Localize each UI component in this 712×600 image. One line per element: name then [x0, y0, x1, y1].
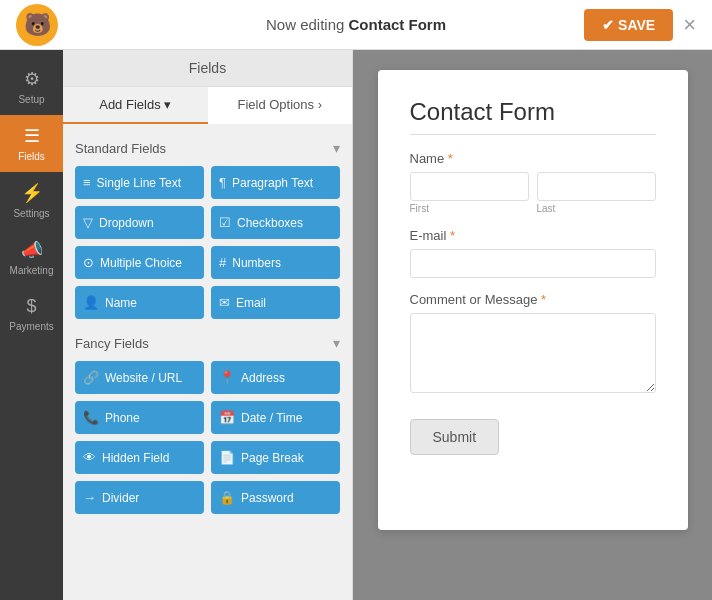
single-line-icon: ≡: [83, 175, 91, 190]
fields-content: Standard Fields ▾ ≡ Single Line Text ¶ P…: [63, 124, 352, 600]
address-button[interactable]: 📍 Address: [211, 361, 340, 394]
paragraph-icon: ¶: [219, 175, 226, 190]
standard-fields-header: Standard Fields ▾: [75, 140, 340, 156]
save-button[interactable]: ✔ SAVE: [584, 9, 673, 41]
marketing-icon: 📣: [21, 239, 43, 261]
last-name-col: Last: [537, 172, 656, 214]
form-divider: [410, 134, 656, 135]
address-icon: 📍: [219, 370, 235, 385]
close-button[interactable]: ×: [683, 14, 696, 36]
website-url-button[interactable]: 🔗 Website / URL: [75, 361, 204, 394]
required-indicator: *: [541, 292, 546, 307]
name-button[interactable]: 👤 Name: [75, 286, 204, 319]
checkboxes-button[interactable]: ☑ Checkboxes: [211, 206, 340, 239]
sidebar-item-payments[interactable]: $ Payments: [0, 286, 63, 342]
multiple-choice-icon: ⊙: [83, 255, 94, 270]
last-name-input[interactable]: [537, 172, 656, 201]
tab-field-options[interactable]: Field Options ›: [208, 87, 353, 124]
fields-panel-header: Fields: [63, 50, 352, 87]
email-input[interactable]: [410, 249, 656, 278]
divider-icon: →: [83, 490, 96, 505]
message-textarea[interactable]: [410, 313, 656, 393]
sidebar-item-marketing[interactable]: 📣 Marketing: [0, 229, 63, 286]
required-indicator: *: [448, 151, 453, 166]
date-time-button[interactable]: 📅 Date / Time: [211, 401, 340, 434]
sidebar-item-settings[interactable]: ⚡ Settings: [0, 172, 63, 229]
hidden-icon: 👁: [83, 450, 96, 465]
fields-panel: Fields Add Fields ▾ Field Options › Stan…: [63, 50, 353, 600]
fields-icon: ☰: [24, 125, 40, 147]
multiple-choice-button[interactable]: ⊙ Multiple Choice: [75, 246, 204, 279]
email-button[interactable]: ✉ Email: [211, 286, 340, 319]
form-title: Contact Form: [410, 98, 656, 126]
form-preview: Contact Form Name * First Last: [353, 50, 712, 600]
bear-icon: 🐻: [16, 4, 58, 46]
form-group-name: Name * First Last: [410, 151, 656, 214]
chevron-down-icon: ▾: [333, 335, 340, 351]
name-icon: 👤: [83, 295, 99, 310]
message-label: Comment or Message *: [410, 292, 656, 307]
name-label: Name *: [410, 151, 656, 166]
page-break-icon: 📄: [219, 450, 235, 465]
dropdown-icon: ▽: [83, 215, 93, 230]
fancy-fields-header: Fancy Fields ▾: [75, 335, 340, 351]
name-row: First Last: [410, 172, 656, 214]
first-name-input[interactable]: [410, 172, 529, 201]
sidebar-item-label: Setup: [18, 94, 44, 105]
first-label: First: [410, 203, 529, 214]
lock-icon: 🔒: [219, 490, 235, 505]
page-break-button[interactable]: 📄 Page Break: [211, 441, 340, 474]
required-indicator: *: [450, 228, 455, 243]
numbers-icon: #: [219, 255, 226, 270]
main-layout: ⚙ Setup ☰ Fields ⚡ Settings 📣 Marketing …: [0, 50, 712, 600]
top-bar: 🐻 Now editing Contact Form ✔ SAVE ×: [0, 0, 712, 50]
phone-icon: 📞: [83, 410, 99, 425]
first-name-col: First: [410, 172, 529, 214]
sidebar-nav: ⚙ Setup ☰ Fields ⚡ Settings 📣 Marketing …: [0, 50, 63, 600]
logo: 🐻: [16, 4, 58, 46]
password-button[interactable]: 🔒 Password: [211, 481, 340, 514]
sidebar-item-label: Settings: [13, 208, 49, 219]
form-group-email: E-mail *: [410, 228, 656, 278]
phone-button[interactable]: 📞 Phone: [75, 401, 204, 434]
tab-add-fields[interactable]: Add Fields ▾: [63, 87, 208, 124]
calendar-icon: 📅: [219, 410, 235, 425]
form-group-message: Comment or Message *: [410, 292, 656, 397]
paragraph-text-button[interactable]: ¶ Paragraph Text: [211, 166, 340, 199]
checkbox-icon: ☑: [219, 215, 231, 230]
payments-icon: $: [26, 296, 36, 317]
page-title: Now editing Contact Form: [266, 16, 446, 33]
email-label: E-mail *: [410, 228, 656, 243]
sidebar-item-label: Marketing: [10, 265, 54, 276]
tabs-row: Add Fields ▾ Field Options ›: [63, 87, 352, 124]
chevron-down-icon: ▾: [333, 140, 340, 156]
sidebar-item-setup[interactable]: ⚙ Setup: [0, 58, 63, 115]
single-line-text-button[interactable]: ≡ Single Line Text: [75, 166, 204, 199]
sidebar-item-label: Fields: [18, 151, 45, 162]
dropdown-button[interactable]: ▽ Dropdown: [75, 206, 204, 239]
fancy-fields-grid: 🔗 Website / URL 📍 Address 📞 Phone 📅 Date…: [75, 361, 340, 514]
link-icon: 🔗: [83, 370, 99, 385]
settings-icon: ⚡: [21, 182, 43, 204]
hidden-field-button[interactable]: 👁 Hidden Field: [75, 441, 204, 474]
standard-fields-grid: ≡ Single Line Text ¶ Paragraph Text ▽ Dr…: [75, 166, 340, 319]
numbers-button[interactable]: # Numbers: [211, 246, 340, 279]
top-bar-actions: ✔ SAVE ×: [584, 9, 696, 41]
sidebar-item-label: Payments: [9, 321, 53, 332]
submit-button[interactable]: Submit: [410, 419, 500, 455]
setup-icon: ⚙: [24, 68, 40, 90]
form-card: Contact Form Name * First Last: [378, 70, 688, 530]
email-icon: ✉: [219, 295, 230, 310]
sidebar-item-fields[interactable]: ☰ Fields: [0, 115, 63, 172]
divider-button[interactable]: → Divider: [75, 481, 204, 514]
last-label: Last: [537, 203, 656, 214]
